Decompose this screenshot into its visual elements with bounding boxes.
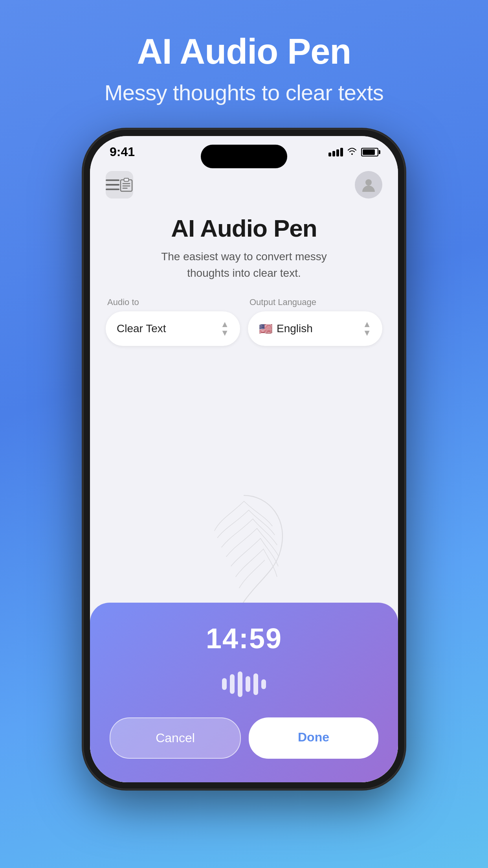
- done-button[interactable]: Done: [249, 717, 378, 759]
- svg-point-8: [365, 179, 372, 186]
- menu-icon[interactable]: [106, 171, 133, 199]
- recording-buttons: Cancel Done: [110, 717, 378, 759]
- app-description: The easiest way to convert messy thought…: [142, 248, 346, 281]
- app-content: AI Audio Pen The easiest way to convert …: [90, 163, 398, 782]
- app-main-title: AI Audio Pen: [106, 214, 382, 242]
- svg-rect-2: [106, 189, 119, 190]
- svg-rect-0: [106, 179, 119, 181]
- hero-section: AI Audio Pen Messy thoughts to clear tex…: [105, 0, 384, 121]
- wave-bar-2: [230, 674, 235, 694]
- status-icons: [328, 147, 378, 157]
- phone-screen: 9:41: [90, 136, 398, 782]
- recording-panel: 14:59 Cancel Done: [90, 603, 398, 782]
- language-select[interactable]: 🇺🇸 English ▲ ▼: [248, 311, 382, 346]
- audio-to-select[interactable]: Clear Text ▲ ▼: [106, 311, 240, 346]
- select-arrows-lang-icon: ▲ ▼: [363, 320, 371, 337]
- svg-rect-4: [124, 178, 129, 181]
- hero-title: AI Audio Pen: [105, 31, 384, 72]
- main-area: 14:59 Cancel Done: [90, 350, 398, 782]
- phone-mockup: 9:41: [83, 129, 405, 789]
- signal-icon: [328, 148, 343, 156]
- recording-timer: 14:59: [206, 622, 282, 655]
- wave-bar-4: [246, 676, 250, 692]
- battery-icon: [361, 148, 378, 156]
- wifi-icon: [347, 147, 357, 157]
- language-label: Output Language: [248, 297, 382, 307]
- audio-to-control: Audio to Clear Text ▲ ▼: [106, 297, 240, 346]
- app-header: [90, 163, 398, 202]
- wave-bar-6: [261, 679, 266, 689]
- svg-rect-1: [106, 184, 119, 186]
- flag-emoji: 🇺🇸: [259, 322, 273, 335]
- cancel-button[interactable]: Cancel: [110, 717, 241, 759]
- wave-bar-5: [253, 673, 258, 695]
- status-time: 9:41: [110, 145, 135, 159]
- profile-icon[interactable]: [355, 171, 382, 199]
- audio-to-label: Audio to: [106, 297, 240, 307]
- audio-to-value: Clear Text: [117, 322, 166, 335]
- controls-section: Audio to Clear Text ▲ ▼ Output: [90, 289, 398, 350]
- wave-bar-1: [222, 678, 227, 690]
- app-title-section: AI Audio Pen The easiest way to convert …: [90, 202, 398, 289]
- language-control: Output Language 🇺🇸 English ▲ ▼: [248, 297, 382, 346]
- select-arrows-icon: ▲ ▼: [220, 320, 229, 337]
- control-group: Audio to Clear Text ▲ ▼ Output: [106, 297, 382, 346]
- hero-subtitle: Messy thoughts to clear texts: [105, 80, 384, 105]
- dynamic-island: [201, 145, 287, 168]
- language-value: 🇺🇸 English: [259, 322, 313, 335]
- wave-bar-3: [238, 671, 242, 697]
- waveform-visualization: [222, 670, 266, 698]
